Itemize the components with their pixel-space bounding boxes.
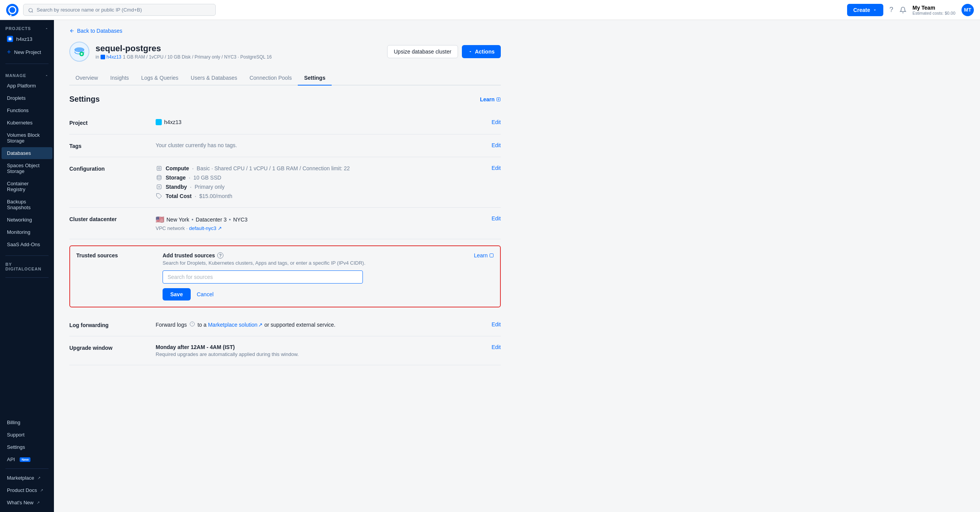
external-link-icon: ↗: [37, 476, 40, 480]
db-icon: [69, 42, 89, 62]
project-edit-link[interactable]: Edit: [492, 119, 501, 125]
external-link-icon-log: ↗: [258, 322, 263, 328]
sidebar-item-backups[interactable]: Backups Snapshots: [2, 196, 52, 213]
db-subtitle: in h4xz13 1 GB RAM / 1vCPU / 10 GB Disk …: [96, 54, 272, 60]
vpc-link[interactable]: default-nyc3: [189, 225, 216, 231]
tab-overview[interactable]: Overview: [69, 71, 104, 86]
external-link-icon-2: ↗: [40, 488, 43, 492]
log-forwarding-label: Log forwarding: [69, 321, 146, 328]
by-digitalocean-section: By DigitalOcean: [0, 259, 54, 274]
sidebar-item-databases[interactable]: Databases: [2, 147, 52, 159]
trusted-sources-box: Trusted sources Add trusted sources ? Se…: [69, 245, 501, 307]
trusted-sources-title: Add trusted sources ?: [163, 252, 465, 259]
upgrade-window-edit: Edit: [492, 344, 501, 350]
tab-insights[interactable]: Insights: [104, 71, 135, 86]
settings-row-datacenter: Cluster datacenter 🇺🇸 New York • Datacen…: [69, 208, 501, 239]
sidebar-item-volumes[interactable]: Volumes Block Storage: [2, 129, 52, 147]
upsize-button[interactable]: Upsize database cluster: [387, 45, 458, 58]
trusted-sources-content: Add trusted sources ? Search for Droplet…: [163, 252, 465, 300]
sidebar-item-networking[interactable]: Networking: [2, 214, 52, 226]
search-icon: [28, 7, 34, 13]
notifications-icon[interactable]: [899, 6, 906, 14]
trusted-sources-label: Trusted sources: [76, 252, 153, 259]
config-storage-row: Storage · 10 GB SSD: [156, 174, 482, 181]
tab-users-databases[interactable]: Users & Databases: [185, 71, 243, 86]
sidebar-item-new-project[interactable]: + New Project: [2, 45, 52, 59]
sidebar-item-kubernetes[interactable]: Kubernetes: [2, 117, 52, 129]
tab-logs-queries[interactable]: Logs & Queries: [135, 71, 185, 86]
sidebar-item-project[interactable]: h4xz13: [2, 33, 52, 45]
search-bar[interactable]: Search by resource name or public IP (Cm…: [23, 4, 216, 15]
sidebar-item-app-platform[interactable]: App Platform: [2, 80, 52, 92]
sidebar-item-container-registry[interactable]: Container Registry: [2, 178, 52, 195]
tags-edit: Edit: [492, 142, 501, 148]
project-dot: [101, 55, 105, 59]
datacenter-edit-link[interactable]: Edit: [492, 215, 501, 222]
sidebar-item-settings[interactable]: Settings: [2, 441, 52, 453]
actions-button[interactable]: Actions: [462, 45, 501, 58]
sidebar-item-droplets[interactable]: Droplets: [2, 92, 52, 104]
tab-settings[interactable]: Settings: [298, 71, 331, 86]
sidebar-item-functions[interactable]: Functions: [2, 104, 52, 116]
trusted-learn-link[interactable]: Learn: [474, 252, 494, 259]
config-compute-row: Compute · Basic · Shared CPU / 1 vCPU / …: [156, 165, 482, 172]
sidebar-item-spaces[interactable]: Spaces Object Storage: [2, 159, 52, 177]
team-info: My Team Estimated costs: $0.00: [913, 5, 955, 15]
settings-row-upgrade-window: Upgrade window Monday after 12AM - 4AM (…: [69, 336, 501, 365]
log-info-icon: [190, 321, 195, 327]
config-label: Configuration: [69, 165, 146, 172]
upgrade-window-label: Upgrade window: [69, 344, 146, 351]
datacenter-edit: Edit: [492, 215, 501, 222]
sidebar-item-whats-new[interactable]: What's New ↗: [2, 497, 52, 509]
svg-rect-3: [10, 15, 12, 16]
trusted-sources-desc: Search for Droplets, Kubernetes clusters…: [163, 260, 465, 266]
sidebar-item-product-docs[interactable]: Product Docs ↗: [2, 484, 52, 496]
svg-rect-20: [490, 254, 493, 257]
external-link-icon-3: ↗: [37, 500, 40, 505]
projects-header[interactable]: PROJECTS: [0, 25, 54, 32]
topnav: Search by resource name or public IP (Cm…: [0, 0, 980, 20]
datacenter-label: Cluster datacenter: [69, 215, 146, 222]
trusted-sources-cancel-button[interactable]: Cancel: [197, 288, 214, 300]
svg-point-4: [29, 8, 32, 12]
help-icon[interactable]: ?: [889, 6, 893, 14]
settings-learn-link[interactable]: Learn: [480, 96, 501, 102]
db-title: sequel-postgres in h4xz13 1 GB RAM / 1vC…: [96, 44, 272, 60]
app-platform-label: App Platform: [7, 83, 36, 89]
log-forwarding-edit-link[interactable]: Edit: [492, 321, 501, 327]
config-edit-link[interactable]: Edit: [492, 165, 501, 171]
manage-header[interactable]: MANAGE: [0, 72, 54, 79]
tags-label: Tags: [69, 142, 146, 149]
upgrade-window-edit-link[interactable]: Edit: [492, 344, 501, 350]
project-link[interactable]: h4xz13: [101, 54, 121, 60]
datacenter-location: 🇺🇸 New York • Datacenter 3 • NYC3: [156, 215, 482, 224]
back-to-databases-link[interactable]: Back to Databases: [69, 28, 501, 34]
logo[interactable]: [6, 4, 18, 16]
settings-row-tags: Tags Your cluster currently has no tags.…: [69, 134, 501, 157]
tab-connection-pools[interactable]: Connection Pools: [243, 71, 298, 86]
standby-icon: [156, 183, 163, 190]
sidebar-item-support[interactable]: Support: [2, 429, 52, 441]
sidebar-item-billing[interactable]: Billing: [2, 416, 52, 428]
trusted-help-icon[interactable]: ?: [217, 252, 223, 259]
settings-row-log-forwarding: Log forwarding Forward logs to a Marketp…: [69, 314, 501, 336]
sidebar-item-saas[interactable]: SaaS Add-Ons: [2, 238, 52, 250]
trusted-sources-save-button[interactable]: Save: [163, 288, 191, 300]
tags-edit-link[interactable]: Edit: [492, 142, 501, 148]
log-forwarding-edit: Edit: [492, 321, 501, 327]
project-badge: h4xz13: [156, 119, 181, 125]
topnav-right: Create ? My Team Estimated costs: $0.00 …: [847, 4, 974, 16]
db-header: sequel-postgres in h4xz13 1 GB RAM / 1vC…: [69, 42, 501, 62]
sidebar-item-api[interactable]: API New: [2, 453, 52, 465]
sidebar: PROJECTS h4xz13 + New Project MANAGE: [0, 20, 54, 512]
upgrade-window-value: Monday after 12AM - 4AM (IST) Required u…: [156, 344, 482, 357]
sidebar-item-monitoring[interactable]: Monitoring: [2, 226, 52, 238]
avatar[interactable]: MT: [962, 4, 974, 16]
create-button[interactable]: Create: [847, 4, 883, 16]
manage-section: MANAGE App Platform Droplets Functions K…: [0, 67, 54, 252]
svg-point-0: [6, 4, 18, 16]
trusted-sources-search-input[interactable]: [163, 270, 363, 284]
marketplace-solution-link[interactable]: Marketplace solution ↗: [208, 322, 263, 328]
api-new-badge: New: [20, 457, 31, 462]
sidebar-item-marketplace[interactable]: Marketplace ↗: [2, 472, 52, 484]
